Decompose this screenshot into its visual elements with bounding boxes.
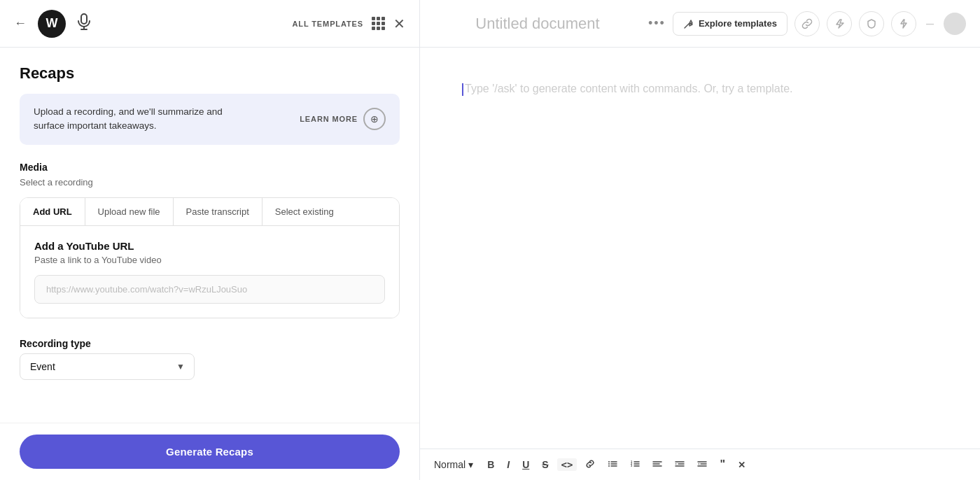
recording-type-label: Recording type [20, 338, 400, 349]
media-label: Media [20, 162, 400, 173]
close-button[interactable]: ✕ [393, 17, 405, 31]
svg-text:3: 3 [631, 464, 633, 467]
banner-text: Upload a recording, and we'll summarize … [34, 105, 223, 134]
svg-point-8 [608, 465, 610, 467]
link-icon [802, 18, 813, 29]
tabs-header: Add URL Upload new file Paste transcript… [20, 198, 399, 226]
svg-point-7 [608, 463, 610, 465]
tab-paste-transcript[interactable]: Paste transcript [174, 198, 262, 225]
left-header: ← W ALL TEMPLATES ✕ [0, 0, 419, 48]
shield-icon [866, 18, 877, 29]
grid-icon[interactable] [372, 17, 385, 30]
code-button[interactable]: <> [557, 458, 578, 471]
wand-icon [683, 18, 694, 29]
text-cursor [462, 83, 463, 96]
bold-button[interactable]: B [483, 457, 498, 472]
style-selector[interactable]: Normal ▾ [434, 459, 473, 470]
tab-content-desc: Paste a link to a YouTube video [34, 255, 385, 265]
editor-placeholder: Type '/ask' to generate content with com… [462, 83, 938, 96]
recording-type-select-wrap: Event Meeting Interview Lecture ▼ [20, 353, 195, 380]
left-content: Recaps Upload a recording, and we'll sum… [0, 48, 419, 423]
logo[interactable]: W [38, 10, 66, 38]
tabs-container: Add URL Upload new file Paste transcript… [20, 197, 400, 318]
bolt-icon [834, 18, 845, 29]
ordered-list-button[interactable]: 123 [626, 456, 644, 473]
svg-rect-0 [81, 14, 87, 24]
info-banner: Upload a recording, and we'll summarize … [20, 94, 400, 145]
separator: – [926, 15, 934, 31]
bottom-toolbar: Normal ▾ B I U S <> 123 " ✕ [420, 449, 980, 480]
right-header: Untitled document ••• Explore templates [420, 0, 980, 48]
shield-icon-button[interactable] [859, 11, 884, 36]
recording-type-select[interactable]: Event Meeting Interview Lecture [20, 353, 195, 380]
page-title: Recaps [20, 64, 400, 83]
select-recording-label: Select a recording [20, 177, 400, 188]
indent-left-button[interactable] [671, 456, 689, 473]
tab-upload-new-file[interactable]: Upload new file [85, 198, 174, 225]
tab-select-existing[interactable]: Select existing [262, 198, 346, 225]
flash-icon [898, 18, 909, 29]
underline-button[interactable]: U [518, 457, 533, 472]
right-panel: Untitled document ••• Explore templates [420, 0, 980, 480]
clear-format-button[interactable]: ✕ [734, 458, 750, 472]
align-button[interactable] [648, 456, 666, 473]
mic-icon[interactable] [77, 13, 91, 34]
italic-button[interactable]: I [503, 457, 514, 472]
svg-point-6 [608, 461, 610, 463]
unordered-list-button[interactable] [603, 456, 622, 473]
tab-add-url[interactable]: Add URL [20, 198, 85, 225]
recording-type-section: Recording type Event Meeting Interview L… [20, 338, 400, 380]
all-templates-label[interactable]: ALL TEMPLATES [293, 20, 363, 28]
tab-content-title: Add a YouTube URL [34, 240, 385, 252]
link-icon-button[interactable] [794, 11, 820, 36]
document-title[interactable]: Untitled document [434, 15, 641, 33]
indent-right-button[interactable] [693, 456, 711, 473]
flash-icon-button[interactable] [891, 11, 916, 36]
tab-content-area: Add a YouTube URL Paste a link to a YouT… [20, 226, 399, 318]
chevron-down-icon: ▾ [468, 459, 473, 470]
avatar[interactable] [944, 13, 966, 35]
lightning-icon-button[interactable] [827, 11, 852, 36]
learn-more-label[interactable]: LEARN MORE [300, 115, 358, 123]
help-circle-icon[interactable]: ⊕ [363, 108, 386, 130]
left-footer: Generate Recaps [0, 423, 419, 480]
more-options-button[interactable]: ••• [648, 16, 666, 31]
back-button[interactable]: ← [14, 16, 27, 31]
generate-recaps-button[interactable]: Generate Recaps [20, 435, 400, 469]
link-button[interactable] [581, 456, 599, 473]
explore-templates-button[interactable]: Explore templates [673, 12, 788, 36]
quote-button[interactable]: " [715, 456, 729, 473]
right-content[interactable]: Type '/ask' to generate content with com… [420, 48, 980, 449]
url-input[interactable] [34, 275, 385, 304]
strikethrough-button[interactable]: S [538, 457, 552, 472]
left-panel: ← W ALL TEMPLATES ✕ Recaps Upload a reco… [0, 0, 420, 480]
